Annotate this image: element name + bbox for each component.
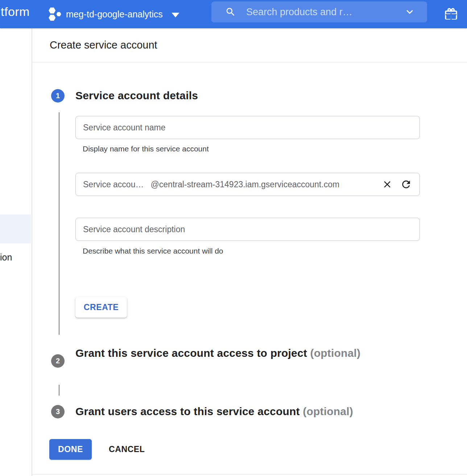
page-header: Create service account [32, 28, 467, 62]
gift-icon [444, 7, 458, 21]
step-1-badge: 1 [51, 89, 65, 103]
step-3-title: Grant users access to this service accou… [75, 405, 449, 418]
regenerate-id-button[interactable] [399, 178, 413, 191]
sidebar-item-truncated-label[interactable]: ion [0, 252, 12, 263]
step-2-title: Grant this service account access to pro… [75, 343, 376, 363]
project-name: meg-td-google-analytics [66, 9, 163, 20]
refresh-icon [400, 179, 412, 190]
content-bottom-edge [32, 474, 467, 475]
step-connector [59, 385, 59, 396]
sidebar-selected-item[interactable] [0, 214, 31, 243]
project-hexagons-icon [47, 6, 63, 22]
name-helper-text: Display name for this service account [83, 145, 209, 153]
sidebar-divider [32, 28, 32, 476]
step-1-title: Service account details [75, 89, 198, 102]
close-icon [382, 179, 393, 190]
step-3-badge: 3 [51, 405, 65, 418]
free-trial-gift-button[interactable] [442, 5, 460, 24]
chevron-down-icon[interactable] [405, 7, 415, 17]
step-2-optional-label: (optional) [310, 347, 361, 359]
step-3-optional-label: (optional) [303, 405, 353, 417]
search-icon [225, 7, 236, 17]
service-account-id-placeholder: Service accou… [83, 180, 144, 189]
step-2-badge: 2 [51, 354, 65, 368]
service-account-name-input[interactable] [75, 116, 420, 139]
create-button[interactable]: CREATE [75, 297, 127, 318]
cancel-button[interactable]: CANCEL [104, 439, 149, 460]
done-button[interactable]: DONE [49, 439, 92, 460]
caret-down-icon [171, 12, 180, 18]
search-placeholder: Search products and r… [246, 7, 405, 18]
project-switcher[interactable]: meg-td-google-analytics [47, 0, 180, 28]
top-app-bar: tform meg-td-google-analytics Search pro… [0, 0, 467, 28]
service-account-description-input[interactable] [75, 218, 420, 241]
step-2-title-text: Grant this service account access to pro… [75, 347, 307, 359]
page-title: Create service account [50, 39, 157, 51]
clear-id-button[interactable] [380, 178, 394, 191]
step-connector [59, 112, 59, 335]
description-helper-text: Describe what this service account will … [83, 247, 223, 255]
service-account-id-field[interactable]: Service accou… @central-stream-314923.ia… [75, 173, 420, 196]
service-account-id-domain-suffix: @central-stream-314923.iam.gserviceaccou… [150, 180, 339, 189]
brand-logo-fragment[interactable]: tform [1, 5, 30, 19]
search-bar[interactable]: Search products and r… [211, 1, 427, 22]
step-3-title-text: Grant users access to this service accou… [75, 405, 300, 417]
